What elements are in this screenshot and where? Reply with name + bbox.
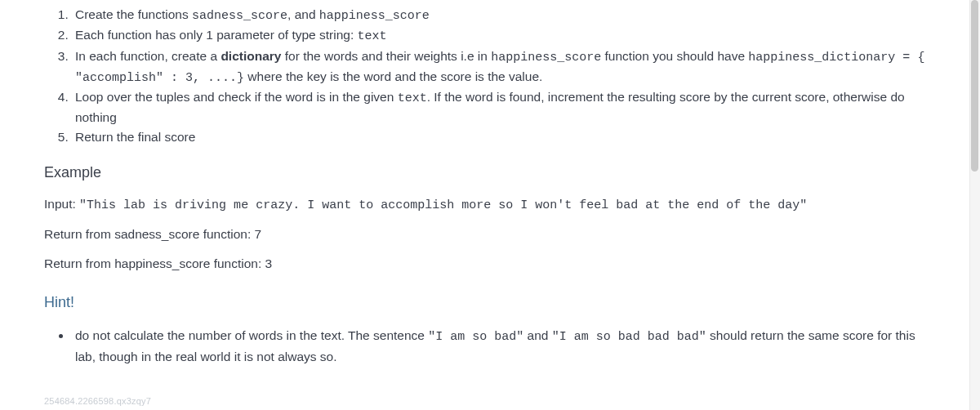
step-3-text-b: for the words and their weights i.e in [281,49,491,63]
scrollbar-track[interactable] [970,0,978,410]
example-return-1: Return from sadness_score function: 7 [44,225,925,244]
hint-list: do not calculate the number of words in … [44,326,925,366]
step-2-code-1: text [358,29,387,43]
step-4-text-a: Loop over the tuples and check if the wo… [75,90,398,104]
hint-1: do not calculate the number of words in … [72,326,925,366]
step-3-code-1: happiness_score [491,51,601,65]
step-1-code-1: sadness_score [192,9,287,23]
example-return-2: Return from happiness_score function: 3 [44,254,925,274]
step-2: Each function has only 1 parameter of ty… [72,25,925,46]
content-card: Create the functions sadness_score, and … [0,0,970,410]
example-input-label: Input: [44,197,79,211]
step-3: In each function, create a dictionary fo… [72,47,925,88]
step-5-text-a: Return the final score [75,130,195,144]
step-3-text-c: function you should have [601,49,748,63]
step-5: Return the final score [72,127,925,147]
example-heading: Example [44,162,925,185]
step-4: Loop over the tuples and check if the wo… [72,87,925,127]
step-1: Create the functions sadness_score, and … [72,5,925,25]
step-1-code-2: happiness_score [319,9,430,23]
example-input-code: "This lab is driving me crazy. I want to… [79,198,807,212]
example-input-line: Input: "This lab is driving me crazy. I … [44,194,925,215]
step-3-strong: dictionary [220,49,281,63]
step-4-code-1: text [398,91,427,105]
step-1-text-b: , and [287,7,319,21]
step-3-text-a: In each function, create a [75,49,220,63]
hint-1-code-2: "I am so bad bad bad" [552,330,706,344]
instruction-list: Create the functions sadness_score, and … [44,5,925,147]
example-section: Example Input: "This lab is driving me c… [44,162,925,274]
footer-code: 254684.2266598.qx3zqy7 [44,394,151,408]
hint-heading: Hint! [44,292,925,314]
step-2-text-a: Each function has only 1 parameter of ty… [75,28,358,42]
step-1-text-a: Create the functions [75,7,192,21]
hint-1-code-1: "I am so bad" [428,330,523,344]
hint-1-text-b: and [523,328,551,342]
step-3-text-d: where the key is the word and the score … [244,69,542,83]
scrollbar-thumb[interactable] [971,0,978,172]
hint-1-text-a: do not calculate the number of words in … [75,328,428,342]
